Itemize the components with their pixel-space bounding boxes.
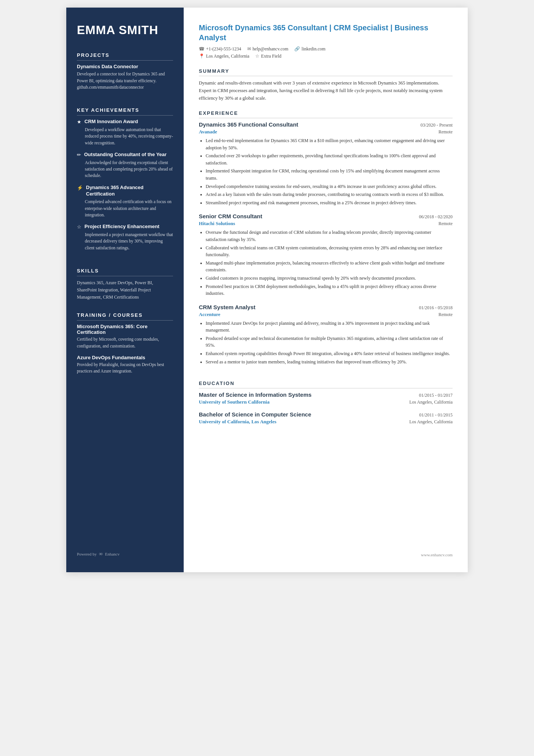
exp-bullet: Streamlined project reporting and risk m… xyxy=(206,199,453,207)
location-contact: 📍 Los Angeles, California xyxy=(199,53,249,59)
extra-field-contact: ☆ Extra Field xyxy=(255,53,281,59)
exp-bullet: Oversaw the functional design and execut… xyxy=(206,229,453,243)
achievement-title: Outstanding Consultant of the Year xyxy=(84,152,167,158)
edu-location: Los Angeles, California xyxy=(409,399,453,405)
achievement-title: Project Efficiency Enhancement xyxy=(84,224,159,230)
project-item: Dynamics Data Connector Developed a conn… xyxy=(77,64,173,91)
achievement-icon: ☆ xyxy=(77,224,81,230)
achievement-desc: Acknowledged for delivering exceptional … xyxy=(77,160,173,179)
main-footer: www.enhancv.com xyxy=(199,549,453,557)
exp-bullet: Promoted best practices in CRM deploymen… xyxy=(206,283,453,297)
website-url: www.enhancv.com xyxy=(421,553,453,557)
experience-section: EXPERIENCE Dynamics 365 Functional Consu… xyxy=(199,110,453,372)
achievement-item: ⚡ Dynamics 365 Advanced Certification Co… xyxy=(77,185,173,219)
exp-title: Dynamics 365 Functional Consultant xyxy=(199,121,298,128)
training-title: TRAINING / COURSES xyxy=(77,312,173,321)
education-entry: Bachelor of Science in Computer Science … xyxy=(199,411,453,425)
powered-by-label: Powered by xyxy=(77,552,97,556)
summary-title: SUMMARY xyxy=(199,68,453,76)
exp-bullets: Led end-to-end implementation for Dynami… xyxy=(199,137,453,206)
email-contact: ✉ help@enhancv.com xyxy=(247,46,289,52)
experience-entry: CRM System Analyst 01/2016 - 05/2018 Acc… xyxy=(199,304,453,366)
achievement-desc: Developed a workflow automation tool tha… xyxy=(77,127,173,146)
sidebar: EMMA SMITH PROJECTS Dynamics Data Connec… xyxy=(66,8,184,572)
edu-degree: Master of Science in Information Systems xyxy=(199,391,312,398)
exp-bullet: Developed comprehensive training session… xyxy=(206,183,453,190)
exp-title: CRM System Analyst xyxy=(199,304,256,310)
contact-line-2: 📍 Los Angeles, California ☆ Extra Field xyxy=(199,53,453,59)
exp-company: Avanade xyxy=(199,129,217,135)
exp-date: 01/2016 - 05/2018 xyxy=(419,305,453,311)
summary-section: SUMMARY Dynamic and results-driven consu… xyxy=(199,68,453,102)
exp-bullet: Led end-to-end implementation for Dynami… xyxy=(206,137,453,151)
brand-name: Enhancv xyxy=(105,552,119,556)
achievement-item: ★ CRM Innovation Award Developed a workf… xyxy=(77,119,173,146)
exp-location: Remote xyxy=(439,129,453,135)
exp-company: Hitachi Solutions xyxy=(199,221,235,227)
training-item: Azure DevOps Fundamentals Provided by Pl… xyxy=(77,355,173,375)
skills-title: SKILLS xyxy=(77,268,173,276)
main-content: Microsoft Dynamics 365 Consultant | CRM … xyxy=(184,8,468,572)
exp-bullet: Guided customers in process mapping, imp… xyxy=(206,275,453,282)
achievement-icon: ★ xyxy=(77,119,81,125)
summary-text: Dynamic and results-driven consultant wi… xyxy=(199,79,453,102)
edu-location: Los Angeles, California xyxy=(409,419,453,425)
skills-section: SKILLS Dynamics 365, Azure DevOps, Power… xyxy=(77,268,173,301)
exp-bullet: Managed multi-phase implementation proje… xyxy=(206,260,453,274)
achievement-desc: Completed advanced certification with a … xyxy=(77,199,173,218)
exp-bullet: Served as a mentor to junior team member… xyxy=(206,358,453,366)
job-title: Microsoft Dynamics 365 Consultant | CRM … xyxy=(199,23,453,42)
sidebar-footer: Powered by ∞ Enhancv xyxy=(77,543,173,557)
exp-date: 03/2020 - Present xyxy=(420,122,453,128)
edu-date: 01/2015 - 01/2017 xyxy=(419,393,453,398)
phone-icon: ☎ xyxy=(199,46,205,52)
extra-field-text: Extra Field xyxy=(261,53,281,59)
edu-school: University of California, Los Angeles xyxy=(199,419,276,425)
exp-bullet: Enhanced system reporting capabilities t… xyxy=(206,350,453,357)
exp-bullets: Oversaw the functional design and execut… xyxy=(199,229,453,297)
skills-text: Dynamics 365, Azure DevOps, Power BI, Sh… xyxy=(77,279,173,301)
training-item: Microsoft Dynamics 365: Core Certificati… xyxy=(77,324,173,349)
phone-text: +1-(234)-555-1234 xyxy=(206,46,241,52)
main-header: Microsoft Dynamics 365 Consultant | CRM … xyxy=(199,23,453,61)
achievement-item: ☆ Project Efficiency Enhancement Impleme… xyxy=(77,224,173,251)
exp-date: 06/2018 - 02/2020 xyxy=(419,214,453,220)
edu-degree: Bachelor of Science in Computer Science xyxy=(199,411,311,418)
resume-container: EMMA SMITH PROJECTS Dynamics Data Connec… xyxy=(66,8,468,572)
training-desc: Provided by Pluralsight, focusing on Dev… xyxy=(77,362,173,375)
edu-school: University of Southern California xyxy=(199,399,270,405)
achievement-title: CRM Innovation Award xyxy=(84,119,138,125)
exp-bullet: Collaborated with technical teams on CRM… xyxy=(206,244,453,258)
exp-bullets: Implemented Azure DevOps for project pla… xyxy=(199,320,453,366)
star-icon: ☆ xyxy=(255,53,259,59)
experience-entry: Dynamics 365 Functional Consultant 03/20… xyxy=(199,121,453,206)
achievement-item: ✏ Outstanding Consultant of the Year Ack… xyxy=(77,152,173,179)
exp-bullet: Conducted over 20 workshops to gather re… xyxy=(206,152,453,166)
training-desc: Certified by Microsoft, covering core mo… xyxy=(77,336,173,349)
education-entry: Master of Science in Information Systems… xyxy=(199,391,453,405)
achievement-desc: Implemented a project management workflo… xyxy=(77,232,173,251)
link-icon: 🔗 xyxy=(294,46,300,52)
brand-logo: ∞ xyxy=(99,551,103,557)
project-desc: Developed a connector tool for Dynamics … xyxy=(77,71,173,91)
linkedin-contact: 🔗 linkedin.com xyxy=(294,46,325,52)
location-text: Los Angeles, California xyxy=(206,53,249,59)
exp-bullet: Produced detailed scope and technical do… xyxy=(206,335,453,349)
candidate-name: EMMA SMITH xyxy=(77,23,173,37)
exp-bullet: Implemented Sharepoint integration for C… xyxy=(206,167,453,182)
training-section: TRAINING / COURSES Microsoft Dynamics 36… xyxy=(77,312,173,380)
achievements-title: KEY ACHIEVEMENTS xyxy=(77,107,173,116)
achievement-title: Dynamics 365 Advanced Certification xyxy=(86,185,173,197)
email-text: help@enhancv.com xyxy=(253,46,289,52)
exp-bullet: Implemented Azure DevOps for project pla… xyxy=(206,320,453,334)
edu-date: 01/2011 - 01/2015 xyxy=(419,412,453,418)
linkedin-text: linkedin.com xyxy=(301,46,325,52)
exp-location: Remote xyxy=(439,312,453,318)
experience-entry: Senior CRM Consultant 06/2018 - 02/2020 … xyxy=(199,213,453,297)
exp-bullet: Acted as a key liaison with the sales te… xyxy=(206,191,453,198)
projects-section: PROJECTS Dynamics Data Connector Develop… xyxy=(77,52,173,96)
exp-location: Remote xyxy=(439,221,453,227)
exp-company: Accenture xyxy=(199,311,220,318)
training-title: Azure DevOps Fundamentals xyxy=(77,355,173,360)
education-section: EDUCATION Master of Science in Informati… xyxy=(199,380,453,431)
